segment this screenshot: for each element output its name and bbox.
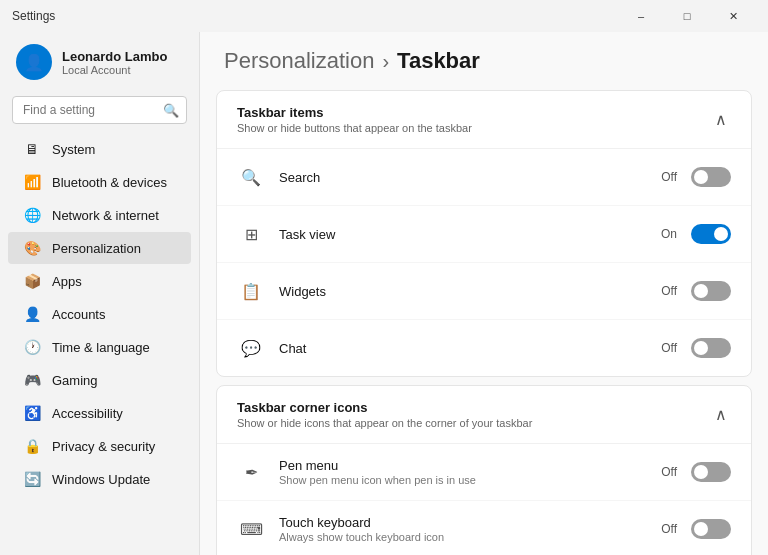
user-profile[interactable]: 👤 Leonardo Lambo Local Account bbox=[0, 32, 199, 88]
search-input[interactable] bbox=[12, 96, 187, 124]
setting-text-chat: Chat bbox=[279, 341, 647, 356]
section-header-text-taskbar-corner-icons: Taskbar corner icons Show or hide icons … bbox=[237, 400, 532, 429]
toggle-wrapper-widgets: Off bbox=[661, 281, 731, 301]
update-icon: 🔄 bbox=[24, 471, 40, 487]
setting-row-widgets: 📋 Widgets Off bbox=[217, 263, 751, 320]
setting-desc-pen-menu: Show pen menu icon when pen is in use bbox=[279, 474, 647, 486]
setting-label-chat: Chat bbox=[279, 341, 647, 356]
maximize-button[interactable]: □ bbox=[664, 0, 710, 32]
setting-row-taskview: ⊞ Task view On bbox=[217, 206, 751, 263]
sidebar-nav: 🖥 System 📶 Bluetooth & devices 🌐 Network… bbox=[0, 132, 199, 496]
accessibility-icon: ♿ bbox=[24, 405, 40, 421]
setting-status-taskview: On bbox=[661, 227, 677, 241]
toggle-widgets[interactable] bbox=[691, 281, 731, 301]
toggle-wrapper-search: Off bbox=[661, 167, 731, 187]
sidebar-item-bluetooth[interactable]: 📶 Bluetooth & devices bbox=[8, 166, 191, 198]
section-title-taskbar-items: Taskbar items bbox=[237, 105, 472, 120]
section-header-taskbar-items: Taskbar items Show or hide buttons that … bbox=[217, 91, 751, 149]
section-subtitle-taskbar-items: Show or hide buttons that appear on the … bbox=[237, 122, 472, 134]
sidebar-label-gaming: Gaming bbox=[52, 373, 98, 388]
user-type: Local Account bbox=[62, 64, 167, 76]
sidebar-label-update: Windows Update bbox=[52, 472, 150, 487]
sidebar-item-system[interactable]: 🖥 System bbox=[8, 133, 191, 165]
network-icon: 🌐 bbox=[24, 207, 40, 223]
sidebar-label-system: System bbox=[52, 142, 95, 157]
toggle-pen-menu[interactable] bbox=[691, 462, 731, 482]
setting-label-widgets: Widgets bbox=[279, 284, 647, 299]
close-button[interactable]: ✕ bbox=[710, 0, 756, 32]
user-info: Leonardo Lambo Local Account bbox=[62, 49, 167, 76]
toggle-wrapper-taskview: On bbox=[661, 224, 731, 244]
sidebar-item-apps[interactable]: 📦 Apps bbox=[8, 265, 191, 297]
setting-text-pen-menu: Pen menu Show pen menu icon when pen is … bbox=[279, 458, 647, 486]
sidebar-label-privacy: Privacy & security bbox=[52, 439, 155, 454]
toggle-touch-keyboard[interactable] bbox=[691, 519, 731, 539]
section-expand-taskbar-items[interactable]: ∧ bbox=[711, 106, 731, 133]
setting-label-taskview: Task view bbox=[279, 227, 647, 242]
setting-status-widgets: Off bbox=[661, 284, 677, 298]
touch-keyboard-icon: ⌨ bbox=[237, 515, 265, 543]
setting-row-touch-keyboard: ⌨ Touch keyboard Always show touch keybo… bbox=[217, 501, 751, 555]
sidebar-item-gaming[interactable]: 🎮 Gaming bbox=[8, 364, 191, 396]
settings-sections: Taskbar items Show or hide buttons that … bbox=[200, 90, 768, 555]
taskview-icon: ⊞ bbox=[237, 220, 265, 248]
apps-icon: 📦 bbox=[24, 273, 40, 289]
titlebar: Settings – □ ✕ bbox=[0, 0, 768, 32]
chat-icon: 💬 bbox=[237, 334, 265, 362]
personalization-icon: 🎨 bbox=[24, 240, 40, 256]
sidebar-item-accessibility[interactable]: ♿ Accessibility bbox=[8, 397, 191, 429]
setting-status-search: Off bbox=[661, 170, 677, 184]
titlebar-controls: – □ ✕ bbox=[618, 0, 756, 32]
sidebar-item-personalization[interactable]: 🎨 Personalization bbox=[8, 232, 191, 264]
toggle-chat[interactable] bbox=[691, 338, 731, 358]
widgets-icon: 📋 bbox=[237, 277, 265, 305]
toggle-search[interactable] bbox=[691, 167, 731, 187]
sidebar-label-accounts: Accounts bbox=[52, 307, 105, 322]
time-icon: 🕐 bbox=[24, 339, 40, 355]
setting-text-widgets: Widgets bbox=[279, 284, 647, 299]
search-icon[interactable]: 🔍 bbox=[163, 103, 179, 118]
sidebar-label-apps: Apps bbox=[52, 274, 82, 289]
breadcrumb-current: Taskbar bbox=[397, 48, 480, 74]
privacy-icon: 🔒 bbox=[24, 438, 40, 454]
setting-text-touch-keyboard: Touch keyboard Always show touch keyboar… bbox=[279, 515, 647, 543]
sidebar-item-network[interactable]: 🌐 Network & internet bbox=[8, 199, 191, 231]
avatar: 👤 bbox=[16, 44, 52, 80]
setting-label-pen-menu: Pen menu bbox=[279, 458, 647, 473]
section-taskbar-corner-icons: Taskbar corner icons Show or hide icons … bbox=[216, 385, 752, 555]
breadcrumb-parent: Personalization bbox=[224, 48, 374, 74]
section-header-taskbar-corner-icons: Taskbar corner icons Show or hide icons … bbox=[217, 386, 751, 444]
main-content: Personalization › Taskbar Taskbar items … bbox=[200, 0, 768, 555]
sidebar-item-privacy[interactable]: 🔒 Privacy & security bbox=[8, 430, 191, 462]
setting-row-pen-menu: ✒ Pen menu Show pen menu icon when pen i… bbox=[217, 444, 751, 501]
setting-status-touch-keyboard: Off bbox=[661, 522, 677, 536]
toggle-wrapper-chat: Off bbox=[661, 338, 731, 358]
sidebar-label-bluetooth: Bluetooth & devices bbox=[52, 175, 167, 190]
setting-status-pen-menu: Off bbox=[661, 465, 677, 479]
minimize-button[interactable]: – bbox=[618, 0, 664, 32]
sidebar: 👤 Leonardo Lambo Local Account 🔍 🖥 Syste… bbox=[0, 0, 200, 555]
accounts-icon: 👤 bbox=[24, 306, 40, 322]
sidebar-item-update[interactable]: 🔄 Windows Update bbox=[8, 463, 191, 495]
section-subtitle-taskbar-corner-icons: Show or hide icons that appear on the co… bbox=[237, 417, 532, 429]
pen-menu-icon: ✒ bbox=[237, 458, 265, 486]
setting-label-touch-keyboard: Touch keyboard bbox=[279, 515, 647, 530]
sidebar-label-accessibility: Accessibility bbox=[52, 406, 123, 421]
breadcrumb: Personalization › Taskbar bbox=[200, 32, 768, 82]
search-box: 🔍 bbox=[12, 96, 187, 124]
section-title-taskbar-corner-icons: Taskbar corner icons bbox=[237, 400, 532, 415]
system-icon: 🖥 bbox=[24, 141, 40, 157]
section-header-text-taskbar-items: Taskbar items Show or hide buttons that … bbox=[237, 105, 472, 134]
section-taskbar-items: Taskbar items Show or hide buttons that … bbox=[216, 90, 752, 377]
section-expand-taskbar-corner-icons[interactable]: ∧ bbox=[711, 401, 731, 428]
bluetooth-icon: 📶 bbox=[24, 174, 40, 190]
breadcrumb-separator: › bbox=[382, 50, 389, 73]
sidebar-item-time[interactable]: 🕐 Time & language bbox=[8, 331, 191, 363]
gaming-icon: 🎮 bbox=[24, 372, 40, 388]
setting-label-search: Search bbox=[279, 170, 647, 185]
setting-desc-touch-keyboard: Always show touch keyboard icon bbox=[279, 531, 647, 543]
sidebar-label-personalization: Personalization bbox=[52, 241, 141, 256]
sidebar-item-accounts[interactable]: 👤 Accounts bbox=[8, 298, 191, 330]
toggle-taskview[interactable] bbox=[691, 224, 731, 244]
search-icon: 🔍 bbox=[237, 163, 265, 191]
